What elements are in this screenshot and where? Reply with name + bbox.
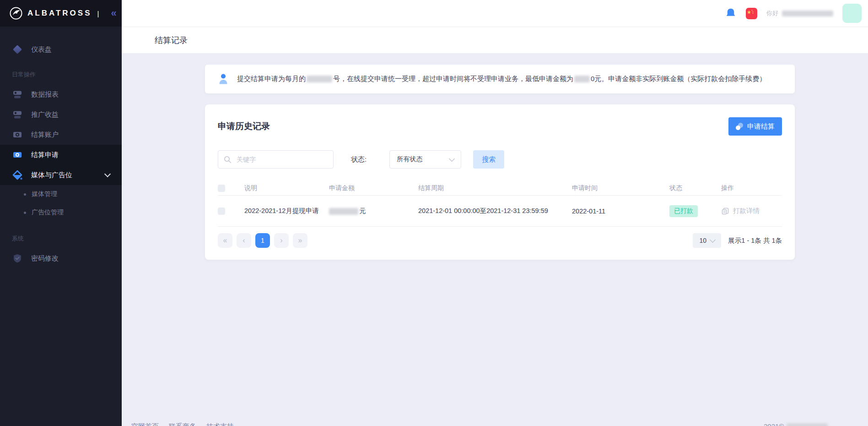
chevron-down-icon <box>104 171 111 177</box>
page-1-button[interactable]: 1 <box>255 233 270 248</box>
sidebar-item-promo-income[interactable]: 推广收益 <box>0 104 122 125</box>
history-card: 申请历史记录 申请结算 状态: 所有状态 <box>205 104 795 260</box>
table-row: 2022-2021-12月提现申请 元 2021-12-01 00:00:00至… <box>218 196 782 227</box>
person-pin-icon <box>218 73 229 86</box>
user-greeting: 你好 <box>766 9 833 17</box>
content-area: 提交结算申请为每月的 号，在线提交申请统一受理，超过申请时间将不受理申请业务，最… <box>122 53 868 426</box>
wallet-icon <box>12 129 23 140</box>
table-header: 说明 申请金额 结算周期 申请时间 状态 操作 <box>218 181 782 196</box>
cell-status: 已打款 <box>669 205 721 217</box>
redacted-username <box>782 11 833 16</box>
sidebar-item-password[interactable]: 密码修改 <box>0 248 122 268</box>
col-apply-time: 申请时间 <box>572 184 669 192</box>
pagination-right: 10 展示1 - 1条 共 1条 <box>693 233 782 248</box>
page-title: 结算记录 <box>155 35 188 46</box>
pagination-bar: « ‹ 1 › » 10 展示1 - 1条 共 1条 <box>218 233 782 248</box>
cell-description: 2022-2021-12月提现申请 <box>244 207 329 215</box>
notification-bell-icon[interactable] <box>725 7 737 19</box>
sidebar-subitem-ad-slot-manage[interactable]: 广告位管理 <box>0 203 122 222</box>
search-icon <box>224 156 232 164</box>
income-icon <box>12 109 23 120</box>
cell-apply-time: 2022-01-11 <box>572 208 669 215</box>
sidebar-nav: 仪表盘 日常操作 数据报表 推广收益 结算账户 <box>0 27 122 268</box>
main-area: 你好 结算记录 提交结算申请为每月的 号，在线提交申请统 <box>122 0 868 426</box>
payment-detail-link[interactable]: 打款详情 <box>721 207 782 215</box>
chevron-down-icon <box>710 237 716 243</box>
wallet-active-icon <box>12 149 23 160</box>
page-next-button[interactable]: › <box>274 233 289 248</box>
shield-check-icon <box>12 253 23 264</box>
footer-link-business[interactable]: 联系商务 <box>169 422 196 426</box>
col-period: 结算周期 <box>418 184 572 192</box>
col-action: 操作 <box>721 184 782 192</box>
footer-link-home[interactable]: 官网首页 <box>131 422 159 426</box>
chevron-down-icon <box>449 156 455 162</box>
keyword-search-box[interactable] <box>218 150 334 169</box>
albatross-bird-icon <box>9 6 23 20</box>
page-prev-button[interactable]: ‹ <box>237 233 251 248</box>
info-banner: 提交结算申请为每月的 号，在线提交申请统一受理，超过申请时间将不受理申请业务，最… <box>205 65 795 93</box>
footer-links: 官网首页 联系商务 技术支持 <box>131 422 234 426</box>
redacted-day <box>307 76 332 82</box>
sidebar-collapse-icon[interactable]: « <box>111 8 116 18</box>
report-icon <box>12 89 23 100</box>
app-window: ALBATROSS | « 仪表盘 日常操作 数据报表 推广收益 <box>0 0 868 426</box>
redacted-min-amount <box>574 76 590 82</box>
keyword-input[interactable] <box>236 155 328 164</box>
sidebar-section-system: 系统 <box>0 222 122 248</box>
redacted-amount <box>329 208 358 215</box>
page-last-button[interactable]: » <box>293 233 307 248</box>
sidebar: ALBATROSS | « 仪表盘 日常操作 数据报表 推广收益 <box>0 0 122 426</box>
dashboard-diamond-icon <box>12 44 23 55</box>
col-status: 状态 <box>669 184 721 192</box>
footer-copyright: 2021© <box>764 422 828 426</box>
bullet-icon <box>24 212 26 214</box>
copy-document-icon <box>721 207 729 215</box>
sidebar-section-daily: 日常操作 <box>0 60 122 84</box>
logo-bar: ALBATROSS | « <box>0 0 122 27</box>
search-button[interactable]: 搜索 <box>473 150 504 169</box>
sidebar-item-settle-account[interactable]: 结算账户 <box>0 125 122 145</box>
top-header: 你好 <box>122 0 868 27</box>
coin-icon <box>736 123 743 130</box>
pagination-summary: 展示1 - 1条 共 1条 <box>728 236 782 245</box>
language-flag-icon[interactable] <box>746 8 757 19</box>
page-size-select[interactable]: 10 <box>693 233 721 248</box>
select-all-checkbox[interactable] <box>218 185 225 192</box>
sidebar-item-data-report[interactable]: 数据报表 <box>0 84 122 104</box>
banner-text: 提交结算申请为每月的 号，在线提交申请统一受理，超过申请时间将不受理申请业务，最… <box>237 75 766 83</box>
col-amount: 申请金额 <box>329 184 418 192</box>
paint-bucket-icon <box>12 169 23 180</box>
filter-bar: 状态: 所有状态 搜索 <box>218 150 782 169</box>
row-checkbox[interactable] <box>218 208 225 215</box>
sidebar-subitem-media-manage[interactable]: 媒体管理 <box>0 185 122 203</box>
status-badge: 已打款 <box>669 205 698 217</box>
apply-settlement-button[interactable]: 申请结算 <box>728 117 782 136</box>
cell-amount: 元 <box>329 207 418 215</box>
card-title: 申请历史记录 <box>218 120 270 132</box>
status-filter-label: 状态: <box>351 155 367 164</box>
status-select-value: 所有状态 <box>397 155 422 164</box>
status-select[interactable]: 所有状态 <box>389 150 461 169</box>
card-header: 申请历史记录 申请结算 <box>218 117 782 136</box>
sidebar-item-settle-apply[interactable]: 结算申请 <box>0 145 122 165</box>
page-footer: 官网首页 联系商务 技术支持 2021© <box>131 422 859 426</box>
redacted-company <box>787 423 828 426</box>
page-title-bar: 结算记录 <box>122 27 868 53</box>
page-first-button[interactable]: « <box>218 233 232 248</box>
avatar[interactable] <box>842 4 862 23</box>
footer-link-support[interactable]: 技术支持 <box>206 422 234 426</box>
brand-separator: | <box>97 10 99 17</box>
sidebar-item-media-ads[interactable]: 媒体与广告位 <box>0 165 122 185</box>
col-description: 说明 <box>244 184 329 192</box>
bullet-icon <box>24 193 26 196</box>
brand-name: ALBATROSS <box>27 9 92 18</box>
sidebar-item-dashboard[interactable]: 仪表盘 <box>0 39 122 60</box>
cell-period: 2021-12-01 00:00:00至2021-12-31 23:59:59 <box>418 207 572 215</box>
